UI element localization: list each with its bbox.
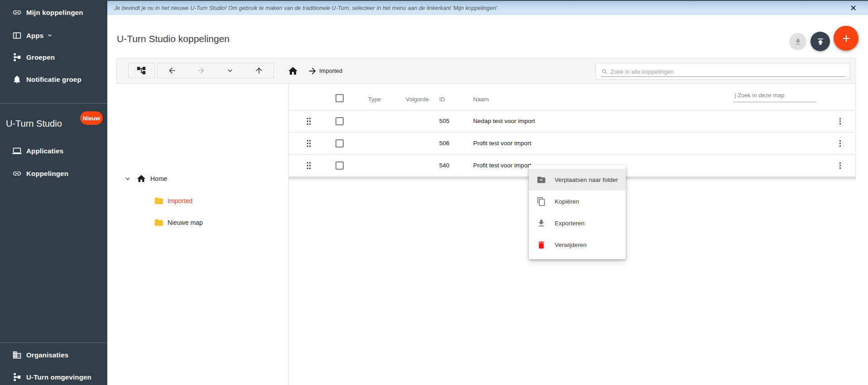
folder-icon (154, 218, 164, 228)
chevron-down-icon (46, 32, 53, 39)
sidebar-item-uturn-omgevingen[interactable]: U-Turn omgevingen (0, 368, 107, 385)
upload-button[interactable] (810, 32, 830, 51)
menu-item-label: Exporteren (555, 220, 585, 227)
link-icon (12, 169, 22, 178)
menu-item-verwijderen[interactable]: Verwijderen (529, 234, 626, 256)
export-icon (537, 219, 546, 228)
sidebar-item-groepen[interactable]: Groepen (0, 48, 107, 66)
row-checkbox[interactable] (336, 162, 344, 170)
column-header-volgorde[interactable]: Volgorde (406, 96, 429, 103)
menu-item-label: Verplaatsen naar folder (555, 176, 618, 183)
up-button[interactable] (245, 63, 273, 78)
row-menu-button[interactable] (836, 138, 844, 149)
menu-item-verplaatsen[interactable]: Verplaatsen naar folder (529, 169, 626, 190)
sidebar-section-title: U-Turn Studio (6, 119, 62, 129)
sidebar-item-label: U-Turn omgevingen (26, 373, 91, 381)
tree-node-label: Nieuwe map (168, 219, 203, 226)
row-naam-cell: Nedap test voor import (473, 118, 535, 124)
expand-button[interactable] (216, 63, 245, 78)
sidebar-item-label: Organisaties (26, 351, 68, 359)
sidebar-item-organisaties[interactable]: Organisaties (0, 346, 107, 364)
link-icon (12, 8, 22, 17)
add-button[interactable] (834, 26, 858, 51)
home-icon[interactable] (288, 66, 298, 76)
sidebar-item-label: Applicaties (26, 147, 63, 155)
menu-item-label: Kopiëren (555, 198, 579, 205)
banner-text: Je bevindt je nu in het nieuwe U-Turn St… (114, 5, 499, 11)
search-input[interactable] (609, 64, 842, 79)
folder-move-icon (537, 175, 546, 185)
sidebar-item-notificatie-groep[interactable]: Notificatie groep (0, 70, 107, 88)
sidebar-divider (0, 103, 107, 104)
apps-icon (12, 31, 22, 40)
row-context-menu: Verplaatsen naar folder Kopiëren Exporte… (529, 165, 626, 259)
row-checkbox[interactable] (336, 139, 344, 147)
sidebar-item-label: Groepen (26, 53, 55, 61)
sidebar-item-apps[interactable]: Apps (0, 26, 107, 44)
sidebar-item-label: Notificatie groep (26, 76, 82, 83)
tree-node-nieuwe-map[interactable]: Nieuwe map (154, 216, 203, 229)
account-tree-icon (136, 66, 146, 76)
select-all-checkbox[interactable] (336, 94, 344, 102)
tree-view-button[interactable] (128, 63, 154, 78)
forward-button[interactable] (187, 63, 216, 78)
sidebar-item-label: Koppelingen (26, 170, 68, 177)
row-id-cell: 540 (439, 162, 450, 169)
menu-item-kopieren[interactable]: Kopiëren (529, 190, 626, 212)
column-header-naam[interactable]: Naam (473, 96, 489, 103)
arrow-forward-icon (197, 66, 206, 75)
drag-handle-icon[interactable] (306, 161, 312, 170)
menu-item-label: Verwijderen (555, 242, 587, 248)
table-row[interactable]: 505 Nedap test voor import (289, 110, 855, 132)
menu-item-exporteren[interactable]: Exporteren (529, 212, 626, 234)
folder-search (734, 91, 816, 102)
folder-tree-panel: Home Imported Nieuwe map (116, 84, 289, 385)
upload-icon (816, 37, 825, 46)
back-button[interactable] (158, 63, 187, 78)
folder-search-input[interactable] (734, 92, 816, 102)
sidebar-item-label: Apps (26, 32, 43, 39)
drag-handle-icon[interactable] (306, 117, 312, 126)
nieuw-badge: Nieuw (80, 111, 103, 125)
tree-node-imported[interactable]: Imported (154, 195, 192, 207)
building-icon (12, 350, 22, 360)
column-header-type[interactable]: Type (368, 96, 381, 103)
chevron-down-icon[interactable] (124, 175, 132, 183)
search-icon (601, 68, 608, 75)
tree-node-label: Imported (168, 197, 192, 204)
breadcrumb-folder[interactable]: Imported (319, 67, 342, 74)
breadcrumb-arrow-icon (307, 66, 317, 76)
copy-icon (537, 197, 546, 206)
row-menu-button[interactable] (836, 160, 844, 171)
tree-node-home[interactable]: Home (124, 172, 167, 185)
kebab-icon (836, 160, 844, 171)
download-button[interactable] (789, 33, 806, 50)
row-menu-button[interactable] (836, 116, 844, 127)
kebab-icon (836, 116, 844, 127)
sidebar-item-label: Mijn koppelingen (26, 9, 83, 16)
sidebar-item-koppelingen[interactable]: Koppelingen (0, 164, 107, 182)
arrow-up-icon (254, 66, 264, 75)
row-naam-cell: Profit test voor import (473, 140, 531, 147)
tree-node-label: Home (150, 175, 167, 182)
groups-icon (12, 52, 22, 62)
sidebar-item-applicaties[interactable]: Applicaties (0, 142, 107, 160)
folder-icon (154, 196, 164, 206)
table-row[interactable]: 506 Profit test voor import (289, 132, 855, 154)
arrow-back-icon (168, 66, 177, 75)
row-checkbox[interactable] (336, 117, 344, 125)
bell-icon (12, 75, 22, 84)
navigation-button-group (157, 63, 274, 78)
close-icon[interactable]: ✕ (848, 2, 858, 14)
trash-icon (537, 240, 546, 250)
table-header: Type Volgorde ID Naam (289, 84, 855, 110)
sidebar-item-mijn-koppelingen[interactable]: Mijn koppelingen (0, 3, 107, 21)
laptop-icon (12, 146, 22, 156)
column-header-id[interactable]: ID (439, 96, 445, 103)
breadcrumb: Imported (288, 58, 342, 83)
chevron-down-icon (225, 66, 235, 75)
kebab-icon (836, 138, 844, 149)
drag-handle-icon[interactable] (306, 139, 312, 148)
info-banner: Je bevindt je nu in het nieuwe U-Turn St… (107, 0, 868, 15)
groups-icon (12, 372, 22, 382)
